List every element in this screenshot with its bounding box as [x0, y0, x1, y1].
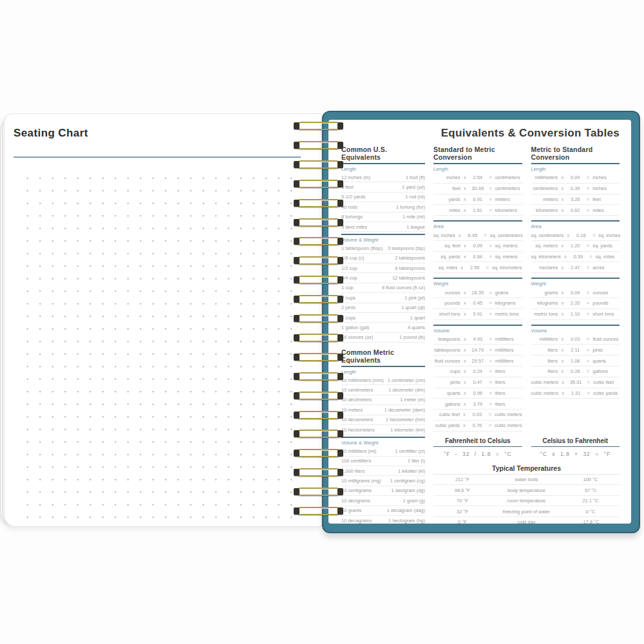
conversion-factor: 1.10	[567, 311, 583, 317]
conversion-row: yards x 0.91 = meters	[433, 194, 522, 205]
multiply-sign: x	[560, 390, 565, 396]
multiply-sign: x	[462, 412, 467, 417]
row-right-value: 1 liter (l)	[408, 458, 425, 464]
row-left-value: 1,000 liters	[341, 468, 365, 474]
conversion-to: feet	[592, 196, 620, 202]
row-left-value: 2 cups	[341, 295, 355, 301]
table-section: Length inches x 2.54	[433, 164, 522, 216]
conversion-from: cups	[433, 368, 460, 374]
table-row: 10 millimeters (mm) 1 centimeter (cm)	[341, 375, 425, 385]
conversion-to: gallons	[592, 368, 620, 374]
equals-sign: =	[488, 368, 493, 374]
table-row: 10 decameters 1 hectometer (hm)	[341, 415, 425, 425]
table-row: 2 cups 1 pint (pt)	[341, 293, 425, 303]
conversion-to: fluid ounces	[592, 336, 620, 342]
multiply-sign: x	[560, 185, 565, 191]
equals-sign: =	[585, 358, 591, 364]
conversion-from: ounces	[433, 290, 460, 296]
conversion-factor: 0.39	[570, 254, 587, 260]
conversion-row: meters x 3.28 = feet	[531, 194, 620, 205]
fahrenheit-value: 212 °F	[433, 477, 491, 482]
multiply-sign: x	[462, 175, 468, 180]
temperature-label: freezing point of water	[491, 509, 562, 515]
multiply-sign: x	[560, 265, 565, 270]
equals-sign: =	[585, 243, 591, 249]
table-row: 1/8 cup (c) 2 tablespoons	[341, 254, 425, 263]
conversion-factor: 1.31	[567, 390, 584, 396]
multiply-sign: x	[459, 265, 464, 270]
table-section: Area sq. inches x 6.45	[433, 220, 522, 273]
equals-sign: =	[585, 185, 591, 191]
conversion-to: acres	[592, 265, 620, 270]
conversion-to: cubic meters	[495, 422, 522, 428]
conversion-row: liters x 2.11 = pints	[531, 345, 620, 355]
row-left-value: 12 inches (in)	[341, 175, 370, 180]
multiply-sign: x	[560, 243, 565, 249]
conversion-row: grams x 0.04 = ounces	[531, 287, 620, 298]
conversion-from: sq. inches	[433, 232, 455, 238]
equals-sign: =	[585, 207, 591, 213]
fahrenheit-value: 32 °F	[433, 509, 491, 515]
conversion-to: cubic yards	[593, 390, 620, 396]
conversion-factor: 2.47	[567, 265, 583, 270]
conversion-from: pounds	[433, 300, 460, 306]
table-header: Metric to Standard Conversion	[531, 146, 620, 164]
conversion-factor: 0.76	[469, 422, 486, 428]
conversion-row: sq. miles x 2.59 = sq. kilometers	[433, 262, 522, 273]
conversion-to: liters	[495, 401, 522, 407]
row-right-value: 12 tablespoons	[392, 275, 425, 281]
table-row: 10 hectometers 1 kilometer (km)	[341, 425, 425, 435]
equals-sign: =	[585, 311, 591, 317]
table-section: Length millimeters x 0.04	[531, 164, 620, 216]
equals-sign: =	[488, 196, 493, 202]
table-row: 10 milligrams (mg) 1 centigram (cg)	[341, 476, 425, 486]
metric-equivalents-table: Common Metric Equivalents Length	[341, 348, 425, 524]
table-row: 3 feet 1 yard (yd)	[341, 182, 425, 192]
multiply-sign: x	[560, 368, 565, 374]
multiply-sign: x	[462, 290, 468, 296]
f-to-c-block: Fahrenheit to Celsius °F - 32 / 1.8 = °C	[433, 431, 522, 460]
section-label: Length	[341, 367, 425, 375]
conversion-to: centimeters	[495, 185, 522, 191]
equals-sign: =	[585, 175, 591, 180]
conversion-to: pints	[592, 347, 620, 353]
conversion-to: ounces	[592, 290, 620, 296]
conversion-factor: 1.61	[469, 207, 486, 213]
equals-sign: =	[488, 358, 493, 364]
equals-sign: =	[585, 368, 591, 374]
conversion-to: sq. meters	[495, 243, 522, 249]
conversion-from: fluid ounces	[433, 358, 460, 364]
conversion-factor: 0.03	[469, 412, 486, 417]
conversion-row: cubic feet x 0.03 = cubic meters	[433, 410, 522, 421]
conversion-to: meters	[495, 196, 522, 202]
multiply-sign: x	[462, 379, 468, 385]
section-label: Area	[531, 222, 620, 230]
temp-formula: °C x 1.8 + 32 = °F	[531, 447, 620, 460]
left-page-title: Seating Chart	[14, 127, 88, 140]
conversion-factor: 2.20	[567, 300, 583, 306]
table-row: 40 rods 1 furlong (fur)	[341, 202, 425, 212]
table-section: Weight grams x 0.04	[531, 278, 620, 319]
conversion-from: cubic feet	[433, 412, 460, 417]
section-label: Weight	[433, 279, 522, 287]
temperature-label: cold day	[491, 519, 562, 524]
temperature-row: 0 °F cold day -17.8 °C	[433, 517, 620, 524]
table-row: 1,000 liters 1 kiloliter (kl)	[341, 466, 425, 476]
row-right-value: 1 furlong (fur)	[396, 204, 425, 210]
conversion-from: tablespoons	[433, 347, 460, 353]
conversion-factor: 3.79	[469, 401, 486, 407]
equals-sign: =	[488, 390, 493, 396]
multiply-sign: x	[560, 175, 565, 180]
table-row: 10 decagrams 1 hectogram (hg)	[341, 516, 425, 524]
conversion-to: inches	[592, 185, 620, 191]
conversion-from: feet	[433, 185, 460, 191]
equals-sign: =	[585, 300, 591, 306]
right-page-title: Equivalents & Conversion Tables	[341, 127, 620, 140]
multiply-sign: x	[560, 207, 565, 213]
row-left-value: 3/4 cup	[341, 275, 357, 281]
equals-sign: =	[585, 290, 591, 296]
right-page: Equivalents & Conversion Tables Common U…	[328, 120, 631, 524]
row-left-value: 1 tablespoon (tbsp)	[341, 245, 383, 251]
conversion-factor: 0.03	[567, 336, 583, 342]
equals-sign: =	[586, 379, 591, 385]
